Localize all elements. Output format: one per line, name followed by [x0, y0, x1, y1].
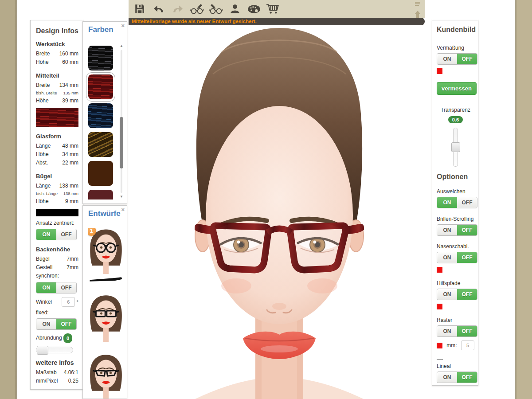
- ausweichen-toggle[interactable]: ON OFF: [437, 197, 477, 208]
- redo-icon[interactable]: [170, 2, 185, 16]
- toggle-on[interactable]: ON: [36, 229, 56, 240]
- edit-lens-glasses-icon[interactable]: [208, 2, 223, 16]
- massstab-row: Maßstab4.06:1: [36, 368, 78, 377]
- werkstueck-breite-row: Breite160 mm: [36, 50, 78, 58]
- vermessen-button[interactable]: vermessen: [437, 82, 477, 95]
- entwuerfe-panel: × Entwürfe 1: [82, 205, 127, 399]
- color-swatch-dark-maroon[interactable]: [88, 190, 113, 200]
- toggle-off[interactable]: OFF: [457, 225, 477, 235]
- toggle-off[interactable]: OFF: [457, 289, 477, 300]
- save-icon[interactable]: [132, 2, 147, 16]
- toggle-on[interactable]: ON: [437, 197, 457, 208]
- werkstueck-heading: Werkstück: [36, 41, 78, 47]
- color-swatch-dark-red-streaked[interactable]: [88, 74, 113, 99]
- toggle-off[interactable]: OFF: [457, 54, 477, 64]
- farben-scrollbar[interactable]: ▲ ▼: [118, 44, 125, 199]
- transparenz-slider[interactable]: [453, 128, 458, 167]
- abrundung-value-badge: 0: [63, 333, 72, 343]
- entwurf-thumbnail-3[interactable]: [88, 350, 124, 399]
- glasform-hoehe-row: Höhe34 mm: [36, 150, 78, 159]
- menu-lines-icon[interactable]: [414, 0, 421, 8]
- close-icon[interactable]: ×: [121, 207, 125, 212]
- notification-bar: Mittelteilvorlage wurde als neuer Entwur…: [129, 18, 425, 25]
- lineal-label: Lineal: [437, 363, 474, 370]
- weitere-infos-heading: weitere Infos: [36, 359, 78, 366]
- toggle-off[interactable]: OFF: [56, 282, 76, 293]
- scrollbar-down-icon[interactable]: ▼: [118, 195, 125, 199]
- raster-color-chip[interactable]: [437, 343, 442, 348]
- undo-icon[interactable]: [151, 2, 166, 16]
- mittelteil-hoehe-row: Höhe39 mm: [36, 97, 78, 105]
- buegel-material-preview: [36, 209, 78, 216]
- toggle-on[interactable]: ON: [437, 326, 457, 336]
- fixed-toggle[interactable]: ON OFF: [36, 318, 77, 330]
- hilfspfade-toggle[interactable]: ON OFF: [437, 289, 477, 300]
- nasenschablone-toggle[interactable]: ON OFF: [437, 252, 477, 263]
- toggle-on[interactable]: ON: [437, 372, 457, 383]
- toggle-off[interactable]: OFF: [56, 319, 76, 329]
- cart-icon[interactable]: [266, 2, 281, 16]
- raster-toggle[interactable]: ON OFF: [437, 325, 477, 337]
- toggle-off[interactable]: OFF: [457, 252, 477, 263]
- lineal-toggle[interactable]: ON OFF: [437, 372, 477, 383]
- glasform-abst-row: Abst.22 mm: [36, 159, 78, 167]
- brillen-scrolling-toggle[interactable]: ON OFF: [437, 224, 477, 236]
- synchron-toggle[interactable]: ON OFF: [36, 282, 77, 293]
- palette-icon[interactable]: [246, 2, 262, 16]
- backenhoehe-gestell-row: Gestell7mm: [36, 263, 78, 272]
- glasform-laenge-row: Länge48 mm: [36, 142, 78, 150]
- notification-text: Mittelteilvorlage wurde als neuer Entwur…: [132, 19, 257, 24]
- color-swatch-dark-blue-streaked[interactable]: [88, 103, 113, 128]
- farben-panel: × Farben ▲ ▼: [82, 21, 127, 204]
- hilfspfade-color-chip[interactable]: [437, 304, 442, 309]
- entwurf-thumbnail-1[interactable]: 1: [88, 228, 124, 274]
- abrundung-slider[interactable]: [36, 347, 73, 353]
- fixed-label: fixed:: [36, 309, 78, 317]
- raster-label: Raster: [437, 317, 474, 324]
- abrundung-slider-thumb[interactable]: [37, 346, 48, 355]
- winkel-input[interactable]: [62, 297, 75, 307]
- nasenschablone-label: Nasenschabl.: [437, 243, 474, 250]
- temple-arm-preview[interactable]: [88, 276, 124, 283]
- buegel-hoehe-row: Höhe9 mm: [36, 197, 78, 206]
- scrollbar-up-icon[interactable]: ▲: [118, 44, 125, 48]
- entwurf-thumbnail-2[interactable]: [88, 291, 124, 345]
- scrollbar-thumb[interactable]: [120, 117, 123, 168]
- toggle-on[interactable]: ON: [437, 54, 457, 64]
- customer-icon[interactable]: [227, 2, 243, 16]
- ansatz-toggle[interactable]: ON OFF: [36, 229, 77, 240]
- raster-mm-input[interactable]: [461, 340, 474, 350]
- abrundung-label: Abrundung: [36, 335, 62, 341]
- divider: [437, 359, 443, 360]
- winkel-row: Winkel °: [36, 297, 78, 307]
- transparenz-label: Transparenz: [437, 106, 474, 113]
- color-swatch-black-streaked[interactable]: [88, 46, 113, 70]
- app-window: Mittelteilvorlage wurde als neuer Entwur…: [0, 0, 532, 399]
- toggle-on[interactable]: ON: [437, 252, 457, 263]
- toggle-off[interactable]: OFF: [457, 326, 477, 336]
- color-swatch-dark-brown[interactable]: [88, 161, 113, 186]
- mittelteil-bish-row: bish. Breite135 mm: [36, 90, 78, 97]
- toggle-on[interactable]: ON: [36, 282, 56, 293]
- ansatz-label: Ansatz zentriert:: [36, 219, 78, 227]
- vermassung-toggle[interactable]: ON OFF: [437, 53, 477, 65]
- nasenschablone-color-chip[interactable]: [437, 267, 442, 273]
- werkstueck-hoehe-row: Höhe60 mm: [36, 58, 78, 66]
- vermassung-color-chip[interactable]: [437, 68, 442, 74]
- toggle-off[interactable]: OFF: [457, 372, 477, 383]
- toggle-on[interactable]: ON: [437, 289, 457, 300]
- color-swatch-tortoise-brown[interactable]: [88, 132, 113, 157]
- toggle-on[interactable]: ON: [437, 225, 457, 235]
- backenhoehe-heading: Backenhöhe: [36, 246, 78, 253]
- transparenz-slider-thumb[interactable]: [451, 142, 460, 152]
- toggle-off[interactable]: OFF: [56, 229, 76, 240]
- toggle-on[interactable]: ON: [36, 319, 56, 329]
- close-icon[interactable]: ×: [121, 23, 125, 28]
- hilfspfade-label: Hilfspfade: [437, 280, 474, 287]
- toggle-off[interactable]: OFF: [457, 197, 477, 208]
- edit-frame-glasses-icon[interactable]: [189, 2, 204, 16]
- toolbar: [129, 0, 425, 18]
- buegel-heading: Bügel: [36, 173, 78, 180]
- customer-face-image: [129, 25, 428, 399]
- customer-image-canvas[interactable]: [129, 25, 428, 399]
